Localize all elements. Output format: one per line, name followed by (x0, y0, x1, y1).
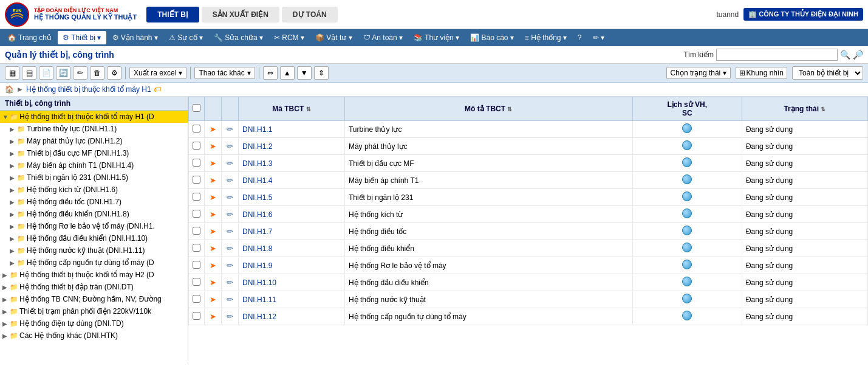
tree-item-17[interactable]: ▶📁Thiết bị trạm phân phối điện 220kV/110… (0, 305, 188, 317)
nav-btn-dự-toán[interactable]: DỰ TOÁN (282, 7, 338, 22)
choose-status-button[interactable]: Chọn trạng thái ▾ (666, 67, 731, 79)
toolbar-btn-new[interactable]: 📄 (39, 66, 53, 80)
tree-toggle-3[interactable]: ▶ (10, 138, 16, 145)
menu-item-baocao[interactable]: 📊 Báo cáo ▾ (465, 31, 519, 44)
menu-item-help[interactable]: ? (573, 31, 587, 44)
tree-toggle-8[interactable]: ▶ (10, 199, 16, 205)
arrow-icon-4[interactable]: ➤ (210, 193, 216, 202)
tree-item-4[interactable]: ▶📁Thiết bị đầu cực MF (DNI.H1.3) (0, 147, 188, 159)
arrow-icon-10[interactable]: ➤ (210, 295, 216, 304)
row-checkbox-11[interactable] (193, 312, 200, 320)
menu-item-vattu[interactable]: 📦 Vật tư ▾ (310, 31, 357, 44)
tree-item-8[interactable]: ▶📁Hệ thống điều tốc (DNI.H1.7) (0, 196, 188, 208)
search-advanced-button[interactable]: 🔎 (853, 50, 863, 60)
toolbar-btn-delete[interactable]: 🗑 (90, 66, 104, 80)
tree-toggle-12[interactable]: ▶ (10, 247, 16, 254)
tree-item-3[interactable]: ▶📁Máy phát thủy lực (DNI.H1.2) (0, 135, 188, 147)
arrow-icon-2[interactable]: ➤ (210, 159, 216, 168)
menu-item-trangchu[interactable]: 🏠 Trang chủ (2, 31, 56, 44)
edit-icon-3[interactable]: ✏ (227, 176, 233, 185)
edit-icon-4[interactable]: ✏ (227, 193, 233, 202)
toolbar-btn-list[interactable]: ▤ (22, 66, 36, 80)
tree-toggle-15[interactable]: ▶ (2, 284, 9, 291)
arrow-icon-1[interactable]: ➤ (210, 142, 216, 151)
menu-item-suachua[interactable]: 🔧 Sửa chữa ▾ (209, 31, 268, 44)
row-checkbox-4[interactable] (193, 193, 200, 201)
nav-btn-thiết-bị[interactable]: THIẾT BỊ (146, 7, 199, 22)
tree-item-7[interactable]: ▶📁Hệ thống kích từ (DNI.H1.6) (0, 184, 188, 196)
tree-item-19[interactable]: ▶📁Các Hệ thống khác (DNI.HTK) (0, 330, 188, 342)
filter-all-dropdown[interactable]: Toàn bộ thiết bị (792, 66, 863, 80)
toolbar-btn-up[interactable]: ▲ (280, 66, 295, 80)
tree-toggle-2[interactable]: ▶ (10, 126, 16, 133)
menu-item-thietbi[interactable]: ⚙ Thiết bị ▾ (58, 31, 106, 44)
arrow-icon-3[interactable]: ➤ (210, 176, 216, 185)
row-checkbox-3[interactable] (193, 176, 200, 184)
edit-icon-5[interactable]: ✏ (227, 210, 233, 219)
tree-toggle-17[interactable]: ▶ (2, 308, 9, 315)
breadcrumb-home[interactable]: 🏠 (5, 85, 14, 94)
menu-item-hethong[interactable]: ≡ Hệ thống ▾ (520, 31, 572, 44)
tree-toggle-16[interactable]: ▶ (2, 296, 9, 303)
row-checkbox-5[interactable] (193, 210, 200, 218)
tree-item-13[interactable]: ▶📁Hệ thống cấp nguồn tự dùng tổ máy (D (0, 257, 188, 269)
arrow-icon-6[interactable]: ➤ (210, 227, 216, 236)
menu-item-rcm[interactable]: ✂ RCM ▾ (269, 31, 309, 44)
toolbar-btn-down[interactable]: ▼ (297, 66, 312, 80)
menu-item-vanhanh[interactable]: ⚙ Vận hành ▾ (108, 31, 163, 44)
select-all-checkbox[interactable] (193, 104, 200, 112)
tree-item-10[interactable]: ▶📁Hệ thống Rơ le bảo vệ tổ máy (DNI.H1. (0, 220, 188, 232)
tree-toggle-4[interactable]: ▶ (10, 150, 16, 157)
menu-item-thuvien[interactable]: 📚 Thư viện ▾ (409, 31, 464, 44)
row-checkbox-7[interactable] (193, 244, 200, 252)
edit-icon-6[interactable]: ✏ (227, 227, 233, 236)
toolbar-btn-filter1[interactable]: ⇔ (263, 66, 278, 80)
menu-item-antoan[interactable]: 🛡 An toàn ▾ (358, 31, 408, 44)
tree-toggle-19[interactable]: ▶ (2, 333, 9, 339)
row-checkbox-1[interactable] (193, 142, 200, 150)
edit-icon-10[interactable]: ✏ (227, 295, 233, 304)
toolbar-btn-settings[interactable]: ⚙ (107, 66, 121, 80)
menu-item-suco[interactable]: ⚠ Sự cố ▾ (164, 31, 208, 44)
tree-item-9[interactable]: ▶📁Hệ thống điều khiển (DNI.H1.8) (0, 208, 188, 220)
breadcrumb-edit-icon[interactable]: 🏷 (154, 85, 161, 94)
arrow-icon-9[interactable]: ➤ (210, 278, 216, 287)
arrow-icon-11[interactable]: ➤ (210, 312, 216, 321)
tree-item-12[interactable]: ▶📁Hệ thống nước kỹ thuật (DNI.H1.11) (0, 244, 188, 257)
tree-toggle-6[interactable]: ▶ (10, 174, 16, 181)
tree-item-14[interactable]: ▶📁Hệ thống thiết bị thuộc khối tổ máy H2… (0, 269, 188, 281)
arrow-icon-7[interactable]: ➤ (210, 244, 216, 253)
breadcrumb-current[interactable]: Hệ thống thiết bị thuộc khối tổ máy H1 (26, 85, 151, 94)
tree-toggle-14[interactable]: ▶ (2, 272, 9, 278)
tree-item-1[interactable]: ▼📁Hệ thống thiết bị thuộc khối tổ máy H1… (0, 111, 188, 123)
nav-btn-sản-xuất-điện[interactable]: SẢN XUẤT ĐIỆN (202, 7, 279, 22)
toolbar-btn-refresh[interactable]: 🔄 (56, 66, 70, 80)
tree-toggle-1[interactable]: ▼ (2, 114, 9, 120)
tree-item-2[interactable]: ▶📁Turbine thủy lực (DNI.H1.1) (0, 123, 188, 135)
edit-icon-0[interactable]: ✏ (227, 125, 233, 134)
edit-icon-1[interactable]: ✏ (227, 142, 233, 151)
edit-icon-2[interactable]: ✏ (227, 159, 233, 168)
search-button[interactable]: 🔍 (840, 50, 850, 60)
toolbar-btn-filter2[interactable]: ⇕ (314, 66, 329, 80)
toolbar-btn-edit2[interactable]: ✏ (73, 66, 87, 80)
toolbar-btn-grid[interactable]: ▦ (5, 66, 19, 80)
tree-toggle-13[interactable]: ▶ (10, 260, 16, 266)
arrow-icon-8[interactable]: ➤ (210, 261, 216, 270)
tree-item-16[interactable]: ▶📁Hệ thống TB CNN; Đường hầm, NV, Đường (0, 293, 188, 305)
row-checkbox-0[interactable] (193, 125, 200, 133)
export-excel-button[interactable]: Xuất ra excel ▾ (129, 67, 186, 79)
tree-item-18[interactable]: ▶📁Hệ thống điện tự dùng (DNI.TD) (0, 317, 188, 330)
tree-item-15[interactable]: ▶📁Hệ thống thiết bị đập tràn (DNI.DT) (0, 281, 188, 293)
tree-toggle-18[interactable]: ▶ (2, 320, 9, 327)
search-input[interactable] (716, 49, 838, 61)
frame-view-button[interactable]: ⊞ Khung nhìn (736, 67, 787, 79)
edit-icon-7[interactable]: ✏ (227, 244, 233, 253)
tree-toggle-7[interactable]: ▶ (10, 187, 16, 193)
tree-item-6[interactable]: ▶📁Thiết bị ngăn lộ 231 (DNI.H1.5) (0, 171, 188, 184)
arrow-icon-5[interactable]: ➤ (210, 210, 216, 219)
row-checkbox-8[interactable] (193, 261, 200, 269)
row-checkbox-10[interactable] (193, 295, 200, 303)
other-actions-button[interactable]: Thao tác khác ▾ (194, 67, 255, 79)
tree-toggle-9[interactable]: ▶ (10, 211, 16, 218)
